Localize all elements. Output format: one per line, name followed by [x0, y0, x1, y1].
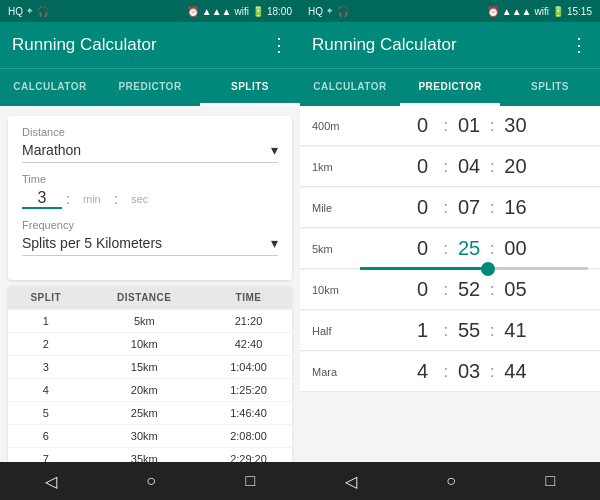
left-status-left: HQ ⌖ 🎧: [8, 5, 49, 17]
table-row: 2 10km 42:40: [8, 333, 292, 356]
left-time: 18:00: [267, 6, 292, 17]
split-num: 2: [8, 333, 84, 356]
right-app-title: Running Calculator: [312, 35, 457, 55]
pred-label: 10km: [312, 284, 350, 296]
pred-hours: 0: [408, 155, 438, 178]
battery-icon: 🔋: [252, 6, 264, 17]
pred-minutes: 03: [454, 360, 484, 383]
pred-colon-1: :: [444, 158, 448, 176]
split-time: 42:40: [205, 333, 292, 356]
recent-icon[interactable]: □: [246, 472, 256, 490]
split-time: 21:20: [205, 310, 292, 333]
wifi-icon: wifi: [235, 6, 249, 17]
table-row: 4 20km 1:25:20: [8, 379, 292, 402]
pred-hours: 1: [408, 319, 438, 342]
split-time: 1:25:20: [205, 379, 292, 402]
right-headphone-icon: 🎧: [337, 6, 349, 17]
distance-label: Distance: [22, 126, 278, 138]
predictor-row: 400m 0 : 01 : 30: [300, 106, 600, 146]
col-split-header: SPLIT: [8, 286, 84, 310]
split-time: 1:04:00: [205, 356, 292, 379]
pred-minutes: 01: [454, 114, 484, 137]
headphone-icon: 🎧: [37, 6, 49, 17]
time-min-placeholder: min: [74, 193, 110, 205]
slider-thumb[interactable]: [481, 262, 495, 276]
pred-hours: 0: [408, 196, 438, 219]
right-hq-indicator: HQ: [308, 6, 323, 17]
right-home-icon[interactable]: ○: [446, 472, 456, 490]
pred-colon-1: :: [444, 363, 448, 381]
pred-colon-1: :: [444, 240, 448, 258]
tab-calculator-right[interactable]: CALCULATOR: [300, 69, 400, 106]
split-num: 4: [8, 379, 84, 402]
right-recent-icon[interactable]: □: [546, 472, 556, 490]
pred-seconds: 44: [500, 360, 530, 383]
split-distance: 30km: [84, 425, 205, 448]
pred-label: Mile: [312, 202, 350, 214]
right-status-bar: HQ ⌖ 🎧 ⏰ ▲▲▲ wifi 🔋 15:15: [300, 0, 600, 22]
pred-minutes: 07: [454, 196, 484, 219]
left-tab-bar: CALCULATOR PREDICTOR SPLITS: [0, 68, 300, 106]
splits-card: SPLIT DISTANCE TIME 1 5km 21:20 2 10km 4…: [8, 286, 292, 462]
left-content: Distance Marathon ▾ Time 3 : min : sec F…: [0, 106, 300, 462]
time-hours-input[interactable]: 3: [22, 189, 62, 209]
tab-predictor-right[interactable]: PREDICTOR: [400, 69, 500, 106]
right-battery-icon: 🔋: [552, 6, 564, 17]
split-distance: 20km: [84, 379, 205, 402]
right-back-icon[interactable]: ◁: [345, 472, 357, 491]
frequency-dropdown[interactable]: Splits per 5 Kilometers ▾: [22, 235, 278, 256]
pred-seconds: 16: [500, 196, 530, 219]
distance-value: Marathon: [22, 142, 81, 158]
pred-label: Mara: [312, 366, 350, 378]
left-menu-icon[interactable]: ⋮: [270, 34, 288, 56]
slider-track[interactable]: [360, 267, 588, 270]
pred-values: 0 : 25 : 00: [350, 237, 588, 260]
split-distance: 25km: [84, 402, 205, 425]
right-wifi-icon: wifi: [535, 6, 549, 17]
frequency-arrow-icon: ▾: [271, 235, 278, 251]
pred-values: 0 : 04 : 20: [350, 155, 588, 178]
tab-calculator-left[interactable]: CALCULATOR: [0, 69, 100, 106]
left-status-bar: HQ ⌖ 🎧 ⏰ ▲▲▲ wifi 🔋 18:00: [0, 0, 300, 22]
pred-label: 400m: [312, 120, 350, 132]
pred-label: Half: [312, 325, 350, 337]
split-distance: 35km: [84, 448, 205, 463]
predictor-row: Half 1 : 55 : 41: [300, 311, 600, 351]
pred-minutes: 25: [454, 237, 484, 260]
left-phone: HQ ⌖ 🎧 ⏰ ▲▲▲ wifi 🔋 18:00 Running Calcul…: [0, 0, 300, 500]
pred-seconds: 30: [500, 114, 530, 137]
predictor-row: 10km 0 : 52 : 05: [300, 270, 600, 310]
time-label: Time: [22, 173, 278, 185]
pred-colon-2: :: [490, 117, 494, 135]
split-num: 3: [8, 356, 84, 379]
col-time-header: TIME: [205, 286, 292, 310]
pred-hours: 0: [408, 278, 438, 301]
split-time: 2:08:00: [205, 425, 292, 448]
time-sep-2: :: [114, 191, 118, 207]
pred-colon-2: :: [490, 199, 494, 217]
tab-predictor-left[interactable]: PREDICTOR: [100, 69, 200, 106]
right-status-left: HQ ⌖ 🎧: [308, 5, 349, 17]
splits-header-row: SPLIT DISTANCE TIME: [8, 286, 292, 310]
table-row: 7 35km 2:29:20: [8, 448, 292, 463]
pred-minutes: 52: [454, 278, 484, 301]
home-icon[interactable]: ○: [146, 472, 156, 490]
pred-seconds: 20: [500, 155, 530, 178]
pred-values: 0 : 01 : 30: [350, 114, 588, 137]
right-bluetooth-icon: ⌖: [327, 5, 333, 17]
pred-hours: 4: [408, 360, 438, 383]
time-sep-1: :: [66, 191, 70, 207]
pred-label: 5km: [312, 243, 350, 255]
pred-colon-1: :: [444, 322, 448, 340]
left-status-right: ⏰ ▲▲▲ wifi 🔋 18:00: [187, 6, 292, 17]
split-time: 1:46:40: [205, 402, 292, 425]
distance-dropdown[interactable]: Marathon ▾: [22, 142, 278, 163]
right-menu-icon[interactable]: ⋮: [570, 34, 588, 56]
back-icon[interactable]: ◁: [45, 472, 57, 491]
left-nav-bar: ◁ ○ □: [0, 462, 300, 500]
split-distance: 5km: [84, 310, 205, 333]
tab-splits-left[interactable]: SPLITS: [200, 69, 300, 106]
slider-fill: [360, 267, 485, 270]
tab-splits-right[interactable]: SPLITS: [500, 69, 600, 106]
table-row: 3 15km 1:04:00: [8, 356, 292, 379]
